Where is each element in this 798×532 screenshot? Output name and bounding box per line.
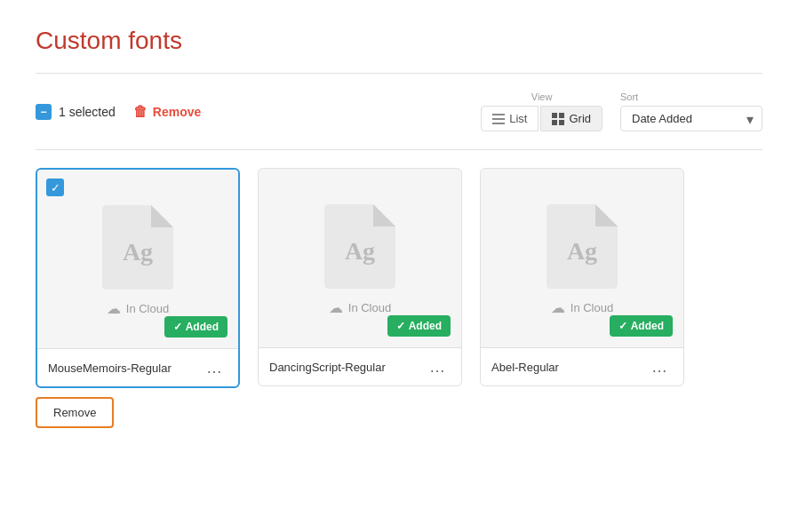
view-section: View List [481,91,602,131]
cloud-label-0: ☁ In Cloud [107,300,169,317]
list-label: List [509,112,527,125]
svg-text:Ag: Ag [567,237,597,265]
font-footer-0: MouseMemoirs-Regular … [37,348,238,386]
grid-view-button[interactable]: Grid [540,106,602,131]
svg-rect-5 [552,120,557,125]
added-badge-1: ✓ Added [387,315,451,337]
select-all-checkbox[interactable]: − [36,104,52,120]
check-icon-1: ✓ [396,320,405,332]
view-label: View [531,91,553,102]
font-card-0[interactable]: ✓ Ag ☁ In Cloud [36,168,240,388]
svg-rect-3 [552,113,557,118]
toolbar-right: View List [481,91,762,131]
added-badge-0: ✓ Added [164,316,227,337]
font-name-2: Abel-Regular [491,361,559,374]
font-card-inner-0: ✓ Ag ☁ In Cloud [37,170,238,348]
trash-icon: 🗑 [133,104,148,120]
title-divider [36,73,762,74]
font-checkbox-0[interactable]: ✓ [46,179,64,196]
font-card-1[interactable]: Ag ☁ In Cloud ✓ Added DancingScri [258,168,462,386]
font-preview-1: Ag ☁ In Cloud [276,187,443,330]
cloud-icon-2: ☁ [551,299,565,316]
list-view-button[interactable]: List [481,106,539,131]
remove-selected-button[interactable]: 🗑 Remove [133,104,201,120]
font-footer-1: DancingScript-Regular … [259,347,461,385]
cloud-status-1: In Cloud [348,301,391,314]
page-title: Custom fonts [36,27,762,55]
svg-text:Ag: Ag [345,237,375,265]
grid-label: Grid [569,112,591,125]
check-icon-2: ✓ [618,320,627,332]
font-card-inner-2: Ag ☁ In Cloud ✓ Added [481,169,683,347]
sort-section: Sort Date Added Name ▾ [620,91,762,131]
check-icon-0: ✓ [173,321,182,333]
cloud-status-0: In Cloud [126,302,169,315]
page-container: Custom fonts − 1 selected 🗑 Remove View [0,0,798,415]
toolbar-left: − 1 selected 🗑 Remove [36,104,201,120]
more-options-button-2[interactable]: … [648,357,673,377]
svg-rect-0 [492,114,505,115]
sort-wrapper: Date Added Name ▾ [620,106,762,131]
font-doc-icon-2: Ag [547,204,618,289]
font-preview-2: Ag ☁ In Cloud [499,187,666,330]
font-preview-0: Ag ☁ In Cloud [55,187,220,330]
font-doc-icon-0: Ag [102,205,173,290]
added-label-2: Added [631,320,664,332]
cloud-label-2: ☁ In Cloud [551,299,613,316]
toolbar-divider [36,149,762,150]
cloud-icon-0: ☁ [107,300,121,317]
toolbar: − 1 selected 🗑 Remove View [36,91,762,131]
sort-label: Sort [620,91,638,102]
svg-text:Ag: Ag [123,238,153,266]
font-name-0: MouseMemoirs-Regular [48,361,172,375]
list-icon [492,113,505,125]
added-badge-2: ✓ Added [610,315,673,337]
svg-rect-4 [559,113,564,118]
more-options-button-1[interactable]: … [426,357,451,377]
view-buttons: List Grid [481,106,602,131]
more-options-button-0[interactable]: … [203,358,227,377]
fonts-grid: ✓ Ag ☁ In Cloud [36,168,762,388]
cloud-icon-1: ☁ [329,299,343,316]
grid-icon [552,113,564,125]
cloud-label-1: ☁ In Cloud [329,299,391,316]
font-name-1: DancingScript-Regular [269,361,386,374]
added-label-0: Added [186,321,219,333]
font-card-2[interactable]: Ag ☁ In Cloud ✓ Added Abel-Regula [480,168,684,386]
font-footer-2: Abel-Regular … [481,347,683,385]
svg-rect-1 [492,118,505,120]
remove-context-button[interactable]: Remove [36,397,114,428]
font-doc-icon-1: Ag [324,204,395,289]
added-label-1: Added [409,320,442,332]
svg-rect-2 [492,123,505,124]
selected-indicator: − 1 selected [36,104,116,120]
sort-select[interactable]: Date Added Name [620,106,762,131]
cloud-status-2: In Cloud [571,301,613,314]
remove-button-label: Remove [153,105,201,119]
selected-count-label: 1 selected [59,105,116,119]
svg-rect-6 [559,120,564,125]
font-card-inner-1: Ag ☁ In Cloud ✓ Added [259,169,461,347]
